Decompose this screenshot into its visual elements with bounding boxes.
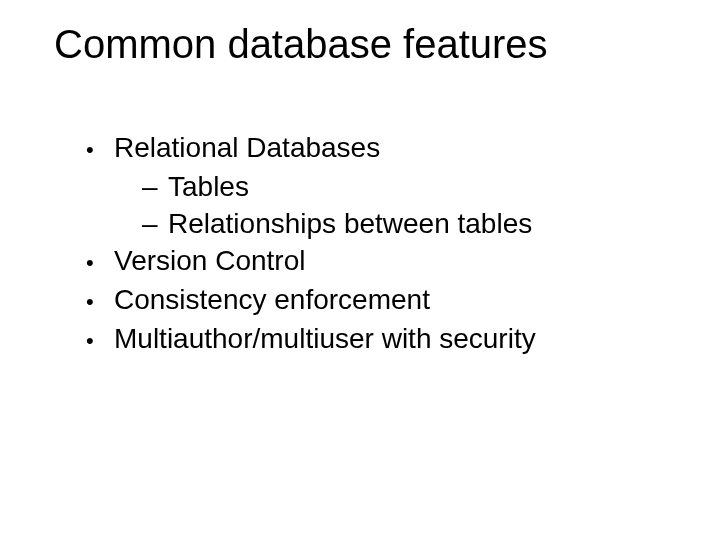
slide: Common database features • Relational Da… — [0, 0, 720, 540]
bullet-text: Multiauthor/multiuser with security — [114, 321, 660, 356]
bullet-dot-icon: • — [80, 321, 114, 358]
dash-icon: – — [142, 206, 168, 241]
sub-bullet-text: Relationships between tables — [168, 206, 660, 241]
dash-icon: – — [142, 169, 168, 204]
sub-bullet-item: – Tables — [142, 169, 660, 204]
bullet-item: • Multiauthor/multiuser with security — [80, 321, 660, 358]
bullet-item: • Version Control — [80, 243, 660, 280]
slide-body: • Relational Databases – Tables – Relati… — [80, 130, 660, 360]
bullet-text: Relational Databases — [114, 130, 660, 165]
bullet-item: • Consistency enforcement — [80, 282, 660, 319]
sub-bullet-text: Tables — [168, 169, 660, 204]
bullet-item: • Relational Databases — [80, 130, 660, 167]
bullet-text: Consistency enforcement — [114, 282, 660, 317]
bullet-dot-icon: • — [80, 130, 114, 167]
sub-bullet-item: – Relationships between tables — [142, 206, 660, 241]
bullet-dot-icon: • — [80, 282, 114, 319]
bullet-dot-icon: • — [80, 243, 114, 280]
bullet-text: Version Control — [114, 243, 660, 278]
slide-title: Common database features — [54, 22, 548, 67]
